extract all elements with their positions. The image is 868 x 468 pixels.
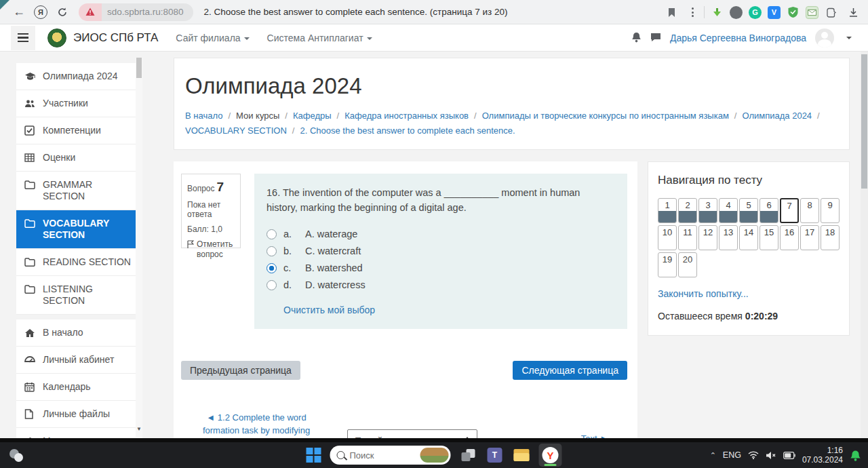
- adguard-shield-icon[interactable]: [787, 6, 800, 19]
- breadcrumb-item[interactable]: Кафедра иностранных языков: [344, 109, 469, 123]
- sidebar-item-kompetencii[interactable]: Компетенции: [16, 117, 142, 144]
- notifications-bell-icon[interactable]: [631, 32, 642, 45]
- quiz-nav-page-2[interactable]: 2: [678, 198, 697, 223]
- previous-activity-link[interactable]: ◄ 1.2 Complete the word formation task b…: [196, 411, 317, 438]
- security-warning-icon[interactable]: [79, 3, 102, 21]
- quiz-nav-page-18[interactable]: 18: [821, 225, 840, 250]
- url-text[interactable]: sdo.spbrta.ru:8080: [102, 3, 193, 21]
- quiz-nav-page-15[interactable]: 15: [760, 225, 778, 250]
- menu-dots-icon[interactable]: [687, 7, 698, 17]
- quiz-nav-page-9[interactable]: 9: [821, 198, 840, 223]
- address-bar[interactable]: sdo.spbrta.ru:8080: [79, 3, 193, 21]
- breadcrumb-item[interactable]: 2. Choose the best answer to complete ea…: [300, 123, 515, 138]
- user-menu-chevron-icon[interactable]: [846, 37, 852, 39]
- answer-option-c[interactable]: c.B. watershed: [267, 262, 611, 273]
- radio-icon[interactable]: [267, 229, 277, 239]
- quiz-nav-page-20[interactable]: 20: [678, 252, 697, 277]
- previous-page-button[interactable]: Предыдущая страница: [181, 361, 300, 380]
- sidebar-item-moi-kursy[interactable]: Мои курсы: [16, 428, 142, 438]
- reload-icon[interactable]: [53, 3, 72, 22]
- bookmark-icon[interactable]: [662, 3, 681, 22]
- jump-to-select[interactable]: Перейти на...: [347, 429, 477, 438]
- collections-icon[interactable]: [825, 6, 837, 19]
- radio-selected-icon[interactable]: [267, 263, 277, 273]
- sidebar-scroll-thumb[interactable]: [136, 58, 142, 78]
- quiz-nav-page-11[interactable]: 11: [678, 225, 697, 250]
- next-page-button[interactable]: Следующая страница: [513, 361, 627, 380]
- answer-option-d[interactable]: d.D. watercress: [267, 279, 611, 290]
- wifi-icon[interactable]: [748, 451, 759, 459]
- quiz-nav-page-13[interactable]: 13: [719, 225, 738, 250]
- sidebar-scrollbar[interactable]: ▼: [136, 58, 142, 437]
- quiz-nav-page-4[interactable]: 4: [719, 198, 738, 223]
- clock[interactable]: 1:16 07.03.2024: [802, 446, 843, 465]
- sidebar-item-ocenki[interactable]: Оценки: [16, 144, 142, 172]
- site-brand[interactable]: ЭИОС СПб РТА: [73, 31, 158, 45]
- messages-icon[interactable]: [650, 33, 661, 44]
- notification-bell-icon[interactable]: [850, 450, 861, 461]
- start-button-icon[interactable]: [307, 448, 321, 463]
- quiz-nav-page-14[interactable]: 14: [739, 225, 758, 250]
- quiz-nav-page-6[interactable]: 6: [760, 198, 778, 223]
- sidebar-item-lichnyj-kabinet[interactable]: Личный кабинет: [16, 347, 142, 374]
- sidebar-item-kalendar[interactable]: Календарь: [16, 374, 142, 401]
- window-scrollbar[interactable]: [861, 52, 868, 438]
- downloads-icon[interactable]: [844, 3, 863, 22]
- answer-option-b[interactable]: b.C. watercraft: [267, 246, 611, 256]
- radio-icon[interactable]: [267, 280, 277, 290]
- grammarly-icon[interactable]: G: [749, 6, 762, 19]
- user-name-link[interactable]: Дарья Сергеевна Виноградова: [670, 33, 806, 43]
- finish-attempt-link[interactable]: Закончить попытку...: [658, 288, 838, 299]
- yandex-home-icon[interactable]: Я: [34, 5, 47, 19]
- quiz-nav-page-16[interactable]: 16: [780, 225, 799, 250]
- clear-choice-link[interactable]: Очистить мой выбор: [283, 305, 375, 315]
- quiz-nav-page-17[interactable]: 17: [800, 225, 819, 250]
- sidebar-item-v-nachalo[interactable]: В начало: [16, 319, 142, 347]
- adblock-circle-icon[interactable]: [730, 6, 743, 19]
- quiz-nav-page-10[interactable]: 10: [658, 225, 677, 250]
- battery-icon[interactable]: [783, 452, 795, 459]
- vk-icon[interactable]: V: [768, 6, 781, 19]
- sidebar-item-vocabulary-section[interactable]: VOCABULARY SECTION: [16, 210, 142, 249]
- breadcrumb-item[interactable]: Кафедры: [293, 109, 332, 123]
- window-scroll-thumb[interactable]: [861, 54, 867, 189]
- breadcrumb-item[interactable]: В начало: [185, 109, 222, 123]
- quiz-nav-page-3[interactable]: 3: [698, 198, 717, 223]
- quiz-nav-page-12[interactable]: 12: [698, 225, 717, 250]
- back-icon[interactable]: ←: [9, 3, 28, 22]
- quiz-nav-page-19[interactable]: 19: [658, 252, 677, 277]
- sidebar-scroll-down-icon[interactable]: ▼: [136, 426, 142, 432]
- menu-branch-site[interactable]: Сайт филиала: [176, 33, 249, 43]
- yandex-browser-icon[interactable]: Y: [539, 444, 562, 467]
- sidebar-item-uchastniki[interactable]: Участники: [16, 90, 142, 117]
- taskbar-search[interactable]: Поиск: [330, 446, 451, 465]
- sidebar-item-lichnye-fajly[interactable]: Личные файлы: [16, 401, 142, 428]
- sidebar-item-grammar-section[interactable]: GRAMMAR SECTION: [16, 172, 142, 210]
- download-manager-icon[interactable]: [711, 6, 724, 19]
- task-view-icon[interactable]: [460, 446, 477, 464]
- quiz-nav-page-1[interactable]: 1: [658, 198, 677, 223]
- volume-muted-icon[interactable]: [766, 451, 776, 460]
- sidebar-item-listening-section[interactable]: LISTENING SECTION: [16, 276, 142, 315]
- language-indicator[interactable]: ENG: [723, 450, 741, 460]
- breadcrumb-item[interactable]: Олимпиады и творческие конкурсы по иност…: [482, 109, 729, 123]
- quiz-nav-page-5[interactable]: 5: [739, 198, 758, 223]
- file-explorer-icon[interactable]: [513, 446, 530, 464]
- side-menu-toggle-icon[interactable]: [11, 26, 35, 50]
- next-activity-link[interactable]: Text ►: [581, 433, 608, 438]
- quiz-nav-page-7[interactable]: 7: [780, 198, 799, 223]
- mail-checker-icon[interactable]: [806, 6, 818, 19]
- avatar[interactable]: [815, 28, 834, 47]
- weather-widget-icon[interactable]: [8, 448, 26, 463]
- flag-question-link[interactable]: Отметить вопрос: [187, 239, 235, 260]
- answer-option-a[interactable]: a.A. waterage: [267, 229, 611, 239]
- tray-chevron-up-icon[interactable]: ⌃: [710, 451, 716, 460]
- breadcrumb-item[interactable]: Олимпиада 2024: [742, 109, 812, 123]
- radio-icon[interactable]: [267, 246, 277, 256]
- menu-antiplagiat[interactable]: Система Антиплагиат: [267, 33, 372, 43]
- quiz-nav-page-8[interactable]: 8: [800, 198, 819, 223]
- breadcrumb-item[interactable]: VOCABULARY SECTION: [185, 123, 287, 138]
- teams-icon[interactable]: T: [486, 446, 504, 464]
- sidebar-item-reading-section[interactable]: READING SECTION: [16, 249, 142, 276]
- sidebar-item-olimpiada-2024[interactable]: Олимпиада 2024: [16, 63, 142, 90]
